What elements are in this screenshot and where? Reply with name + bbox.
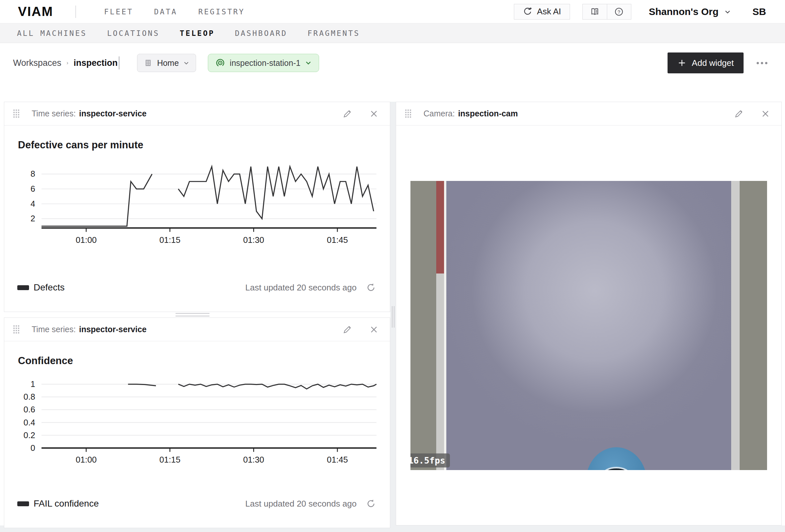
svg-text:01:00: 01:00 [76, 235, 97, 244]
svg-text:8: 8 [31, 169, 35, 178]
avatar[interactable]: SB [752, 6, 766, 17]
close-widget-button[interactable] [368, 108, 380, 120]
header-divider [75, 5, 76, 18]
drag-handle-icon[interactable] [14, 325, 19, 334]
fleet-tabbar: ALL MACHINES LOCATIONS TELEOP DASHBOARD … [0, 24, 785, 43]
breadcrumb-workspaces[interactable]: Workspaces [13, 58, 61, 68]
edit-widget-button[interactable] [341, 108, 353, 120]
svg-text:01:15: 01:15 [159, 235, 180, 244]
conveyor-edge-left [410, 181, 436, 470]
legend-row: Defects Last updated 20 seconds ago [12, 282, 382, 302]
timeseries-widget-defects: Time series: inspector-service Defective… [4, 102, 390, 312]
app-header: VIAM FLEET DATA REGISTRY Ask AI [0, 0, 785, 24]
ask-ai-button[interactable]: Ask AI [514, 4, 570, 20]
svg-text:0.4: 0.4 [24, 418, 35, 427]
teleop-page: VIAM FLEET DATA REGISTRY Ask AI [0, 0, 785, 532]
svg-text:01:45: 01:45 [327, 455, 348, 464]
red-marker-strip [436, 181, 444, 470]
camera-stream: 16.5fps [410, 181, 767, 470]
svg-text:01:00: 01:00 [76, 455, 97, 464]
workspace-title-input[interactable]: inspection [73, 58, 118, 68]
widget-header: Camera: inspection-cam [396, 102, 781, 126]
toolbar-right: Add widget [667, 52, 770, 73]
tab-fragments[interactable]: FRAGMENTS [308, 29, 360, 37]
chevron-down-icon [183, 60, 189, 66]
close-widget-button[interactable] [368, 323, 380, 336]
location-dropdown[interactable]: Home [137, 54, 196, 72]
conveyor-surface [446, 181, 731, 470]
can-opening [603, 467, 630, 470]
svg-text:0.8: 0.8 [24, 392, 35, 401]
last-updated-text: Last updated 20 seconds ago [245, 283, 357, 293]
nav-item-registry[interactable]: REGISTRY [198, 7, 245, 16]
conveyor-edge-right [740, 181, 767, 470]
svg-text:01:45: 01:45 [327, 235, 348, 244]
svg-text:6: 6 [31, 184, 35, 193]
defects-chart: 246801:0001:1501:3001:45 [12, 159, 382, 247]
widget-type-label: Time series: [32, 109, 76, 118]
tab-all-machines[interactable]: ALL MACHINES [17, 29, 87, 37]
can-top [586, 447, 647, 470]
machine-name: inspection-station-1 [230, 58, 301, 68]
edit-widget-button[interactable] [732, 108, 745, 120]
nav-item-data[interactable]: DATA [154, 7, 177, 16]
svg-text:1: 1 [31, 379, 35, 389]
header-right: Ask AI ? [514, 4, 766, 20]
location-label: Home [157, 58, 179, 68]
help-icon-group: ? [582, 4, 631, 20]
org-name: Shannon's Org [649, 6, 719, 17]
svg-text:2: 2 [31, 214, 35, 223]
timeseries-widget-confidence: Time series: inspector-service Confidenc… [4, 318, 390, 528]
legend-swatch [17, 285, 29, 290]
widget-body: Defective cans per minute 246801:0001:15… [4, 126, 390, 312]
confidence-chart: 00.20.40.60.8101:0001:1501:3001:45 [12, 375, 382, 468]
fps-badge: 16.5fps [410, 453, 450, 468]
close-widget-button[interactable] [759, 108, 771, 120]
row-resize-handle[interactable] [176, 312, 209, 317]
tab-teleop[interactable]: TELEOP [180, 29, 215, 37]
workspace-toolbar: Workspaces › inspection Home [0, 43, 785, 83]
ask-ai-sparkle-icon [523, 7, 532, 17]
machine-target-icon [216, 58, 225, 68]
legend-label: Defects [33, 282, 65, 293]
widget-body: 16.5fps [396, 126, 781, 525]
machine-selector[interactable]: inspection-station-1 [208, 54, 319, 72]
viam-logo: VIAM [18, 4, 53, 19]
drag-handle-icon[interactable] [14, 109, 19, 118]
refresh-button[interactable] [365, 282, 377, 293]
tab-locations[interactable]: LOCATIONS [107, 29, 159, 37]
tab-dashboard[interactable]: DASHBOARD [235, 29, 287, 37]
drag-handle-icon[interactable] [405, 109, 411, 118]
help-button[interactable]: ? [607, 4, 631, 19]
legend-swatch [17, 501, 29, 506]
edit-widget-button[interactable] [341, 323, 353, 336]
last-updated-text: Last updated 20 seconds ago [245, 499, 357, 509]
widget-header: Time series: inspector-service [4, 102, 390, 126]
white-guide-strip [444, 181, 446, 470]
svg-text:0.6: 0.6 [24, 405, 35, 414]
ask-ai-label: Ask AI [537, 6, 561, 17]
refresh-button[interactable] [365, 498, 377, 509]
svg-text:0.2: 0.2 [24, 431, 35, 440]
svg-text:4: 4 [31, 199, 35, 208]
add-widget-button[interactable]: Add widget [667, 52, 743, 73]
more-menu-button[interactable] [753, 59, 770, 68]
book-icon [590, 7, 600, 17]
camera-widget: Camera: inspection-cam [396, 102, 782, 526]
widget-resource-name: inspector-service [79, 109, 147, 118]
building-icon [144, 59, 152, 67]
column-resize-handle[interactable] [390, 102, 396, 532]
chevron-down-icon [305, 60, 311, 66]
plus-icon [677, 58, 686, 68]
main-nav: FLEET DATA REGISTRY [104, 7, 245, 16]
widget-body: Confidence 00.20.40.60.8101:0001:1501:30… [4, 341, 390, 528]
white-guide-strip-right [731, 181, 740, 470]
legend-label: FAIL confidence [33, 499, 99, 509]
nav-item-fleet[interactable]: FLEET [104, 7, 133, 16]
org-switcher[interactable]: Shannon's Org [649, 6, 731, 17]
widget-resource-name: inspection-cam [458, 109, 518, 118]
widget-type-label: Camera: [424, 109, 455, 118]
docs-button[interactable] [583, 4, 607, 19]
svg-text:01:15: 01:15 [159, 455, 180, 464]
text-cursor [119, 56, 120, 70]
